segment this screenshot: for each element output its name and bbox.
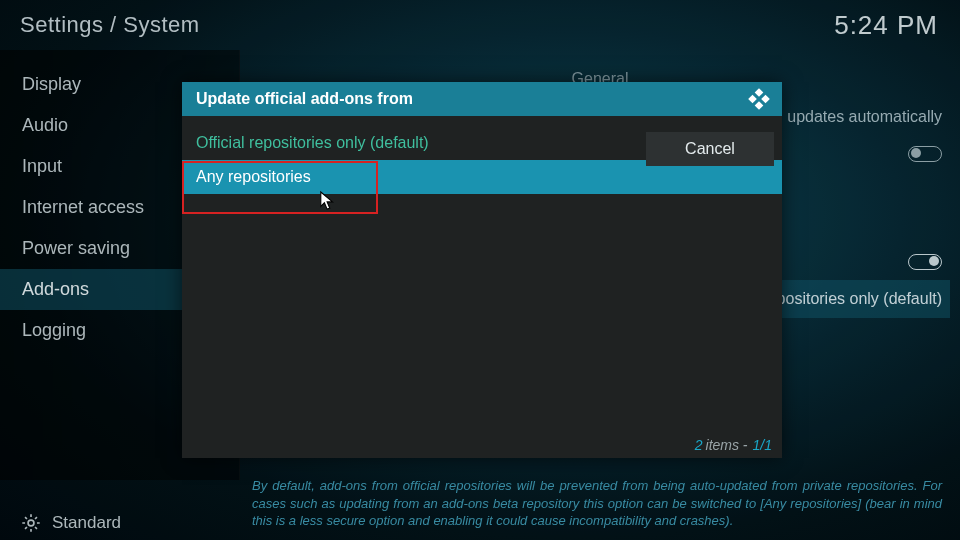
dialog-footer: 2 items - 1/1 <box>182 432 782 458</box>
dialog-header: Update official add-ons from <box>182 82 782 116</box>
footer-item-count: 2 <box>695 437 703 453</box>
cancel-label: Cancel <box>685 140 735 158</box>
dialog-title: Update official add-ons from <box>196 90 413 108</box>
cancel-button[interactable]: Cancel <box>646 132 774 166</box>
footer-page: 1/1 <box>753 437 772 453</box>
footer-items-label: items - <box>706 437 748 453</box>
option-label: Any repositories <box>196 168 311 185</box>
kodi-logo-icon <box>746 86 772 112</box>
option-label: Official repositories only (default) <box>196 134 429 151</box>
